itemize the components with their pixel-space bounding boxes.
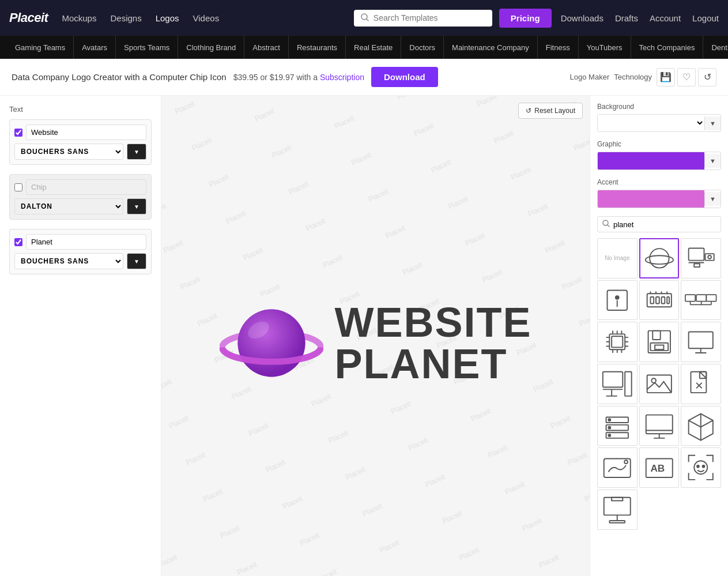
svg-rect-55 — [655, 345, 663, 350]
icon-network[interactable] — [681, 280, 721, 321]
chip-font-row: DALTON ▼ — [14, 198, 146, 214]
svg-rect-33 — [707, 295, 716, 302]
icon-info-chip[interactable] — [597, 280, 638, 321]
svg-rect-14 — [689, 249, 704, 261]
planet-font-select[interactable]: BOUCHERS SANS — [14, 253, 123, 269]
category-real-estate[interactable]: Real Estate — [346, 36, 401, 59]
main-layout: Text Website BOUCHERS SANS ▼ Chip — [0, 96, 728, 576]
category-avatars[interactable]: Avatars — [74, 36, 116, 59]
svg-rect-66 — [691, 372, 707, 393]
nav-designs[interactable]: Designs — [110, 13, 141, 23]
svg-rect-32 — [696, 295, 706, 302]
search-input[interactable] — [374, 13, 485, 22]
nav-logout[interactable]: Logout — [692, 13, 719, 23]
chip-text-input[interactable]: Chip — [26, 179, 146, 195]
logo-text-website: WEBSITE — [334, 302, 531, 343]
planet-text-input[interactable]: Planet — [26, 234, 146, 250]
category-sports-teams[interactable]: Sports Teams — [116, 36, 178, 59]
icon-monitor-variant[interactable] — [639, 406, 680, 446]
save-icon-button[interactable]: 💾 — [657, 68, 675, 86]
text-section-label: Text — [9, 105, 152, 114]
color-chevron: ▼ — [134, 204, 139, 210]
icon-computer-game[interactable] — [681, 238, 721, 278]
nav-account[interactable]: Account — [650, 13, 681, 23]
planet-color-swatch[interactable]: ▼ — [127, 253, 146, 269]
icon-monitor-stand[interactable] — [597, 490, 638, 530]
icon-cpu[interactable] — [597, 322, 638, 362]
background-select-row: ▼ — [597, 114, 721, 132]
share-icon-button[interactable]: ↺ — [698, 68, 716, 86]
icon-face-scan[interactable] — [681, 447, 721, 488]
chip-checkbox[interactable] — [14, 183, 22, 191]
download-button[interactable]: Download — [371, 67, 438, 87]
icon-ram[interactable] — [639, 280, 680, 321]
background-select[interactable] — [598, 115, 704, 131]
icon-document-error[interactable] — [681, 364, 721, 404]
category-gaming-teams[interactable]: Gaming Teams — [7, 36, 74, 59]
icon-floppy[interactable] — [639, 322, 680, 362]
icon-ab-test[interactable]: AB — [639, 447, 680, 488]
website-text-input[interactable]: Website — [26, 125, 146, 140]
nav-mockups[interactable]: Mockups — [62, 13, 96, 23]
category-doctors[interactable]: Doctors — [401, 36, 444, 59]
svg-point-65 — [651, 378, 656, 383]
icon-search-input[interactable] — [613, 220, 716, 229]
icon-3d-box[interactable] — [681, 406, 721, 446]
pricing-button[interactable]: Pricing — [499, 9, 552, 28]
svg-rect-39 — [612, 337, 623, 348]
icon-no-image[interactable]: No Image — [597, 238, 638, 278]
category-tech-companies[interactable]: Tech Companies — [631, 36, 704, 59]
website-checkbox[interactable] — [14, 129, 22, 137]
svg-rect-93 — [604, 498, 631, 515]
nav-right-links: Downloads Drafts Account Logout — [561, 13, 719, 23]
logo-text-planet: PLANET — [334, 343, 531, 385]
svg-line-1 — [367, 19, 368, 21]
icon-image[interactable] — [639, 364, 680, 404]
search-bar — [354, 10, 492, 27]
accent-color-swatch[interactable] — [598, 190, 704, 208]
price-or: or — [260, 73, 269, 82]
text-field-chip: Chip DALTON ▼ — [9, 174, 152, 220]
website-color-swatch[interactable]: ▼ — [127, 144, 146, 160]
svg-rect-53 — [652, 331, 660, 340]
nav-logos[interactable]: Logos — [156, 13, 179, 23]
nav-drafts[interactable]: Drafts — [615, 13, 638, 23]
icon-planet[interactable] — [639, 238, 680, 278]
svg-rect-64 — [647, 375, 671, 393]
reset-layout-button[interactable]: ↺ Reset Layout — [518, 103, 583, 119]
top-navigation: Placeit Mockups Designs Logos Videos Pri… — [0, 0, 728, 36]
category-maintenance-company[interactable]: Maintenance Company — [444, 36, 538, 59]
category-abstract[interactable]: Abstract — [244, 36, 289, 59]
accent-label: Accent — [597, 178, 721, 186]
subscription-link[interactable]: Subscription — [320, 73, 364, 82]
svg-text:AB: AB — [650, 463, 665, 475]
icon-grid: No Image — [597, 238, 721, 530]
graphic-color-swatch[interactable] — [598, 152, 704, 170]
header-action-icons: 💾 ♡ ↺ — [657, 68, 716, 86]
category-youtubers[interactable]: YouTubers — [579, 36, 631, 59]
header-bar: Data Company Logo Creator with a Compute… — [0, 59, 728, 96]
website-font-select[interactable]: BOUCHERS SANS — [14, 144, 123, 160]
svg-rect-15 — [706, 254, 714, 261]
chip-font-select[interactable]: DALTON — [14, 198, 123, 214]
canvas-logo: WEBSITE PLANET — [219, 291, 531, 395]
reset-icon: ↺ — [526, 107, 531, 115]
icon-server[interactable] — [597, 406, 638, 446]
background-label: Background — [597, 103, 721, 111]
chip-color-swatch[interactable]: ▼ — [127, 198, 146, 214]
price-regular: $39.95 — [233, 73, 258, 82]
icon-desktop[interactable] — [597, 364, 638, 404]
site-logo[interactable]: Placeit — [9, 10, 48, 25]
category-dentists[interactable]: Dentists — [703, 36, 728, 59]
icon-monitor[interactable] — [681, 322, 721, 362]
category-clothing-brand[interactable]: Clothing Brand — [178, 36, 244, 59]
category-restaurants[interactable]: Restaurants — [289, 36, 346, 59]
favorite-icon-button[interactable]: ♡ — [677, 68, 696, 86]
nav-downloads[interactable]: Downloads — [561, 13, 603, 23]
svg-point-6 — [237, 309, 305, 377]
icon-drawing-tablet[interactable] — [597, 447, 638, 488]
planet-checkbox[interactable] — [14, 238, 22, 246]
category-fitness[interactable]: Fitness — [538, 36, 579, 59]
svg-rect-96 — [609, 521, 625, 523]
nav-videos[interactable]: Videos — [193, 13, 220, 23]
